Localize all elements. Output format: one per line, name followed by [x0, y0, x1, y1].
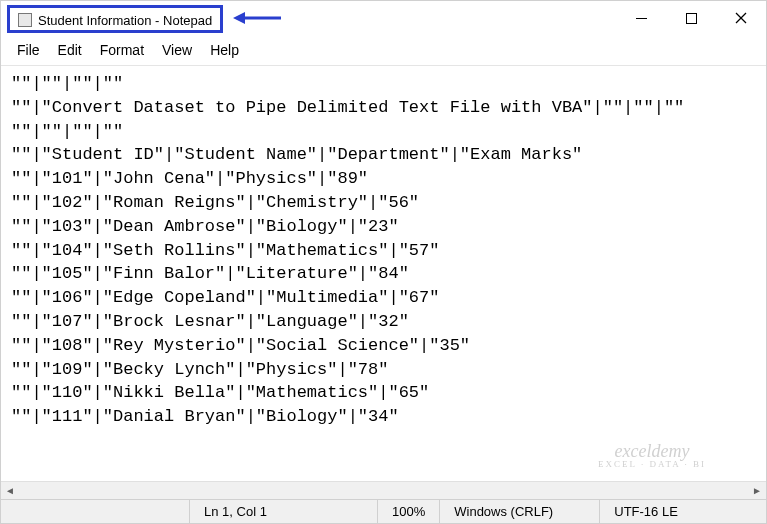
annotation-arrow-icon — [233, 10, 281, 26]
scroll-left-icon[interactable]: ◄ — [1, 482, 19, 499]
scroll-right-icon[interactable]: ► — [748, 482, 766, 499]
menu-format[interactable]: Format — [92, 39, 152, 61]
close-button[interactable] — [716, 1, 766, 35]
titlebar: Student Information - Notepad — [1, 1, 766, 35]
menu-view[interactable]: View — [154, 39, 200, 61]
status-cursor: Ln 1, Col 1 — [189, 500, 377, 523]
notepad-window: Student Information - Notepad File Edit … — [0, 0, 767, 524]
status-eol: Windows (CRLF) — [439, 500, 599, 523]
title-highlight-box: Student Information - Notepad — [7, 5, 223, 33]
horizontal-scrollbar[interactable]: ◄ ► — [1, 481, 766, 499]
menu-help[interactable]: Help — [202, 39, 247, 61]
menu-edit[interactable]: Edit — [50, 39, 90, 61]
text-area[interactable]: ""|""|""|"" ""|"Convert Dataset to Pipe … — [1, 66, 766, 481]
statusbar: Ln 1, Col 1 100% Windows (CRLF) UTF-16 L… — [1, 499, 766, 523]
watermark-main: exceldemy — [615, 441, 690, 461]
svg-marker-1 — [233, 12, 245, 24]
watermark: exceldemy EXCEL · DATA · BI — [598, 442, 706, 469]
menubar: File Edit Format View Help — [1, 35, 766, 66]
window-controls — [616, 1, 766, 35]
notepad-app-icon — [18, 13, 32, 27]
menu-file[interactable]: File — [9, 39, 48, 61]
scroll-track[interactable] — [19, 482, 748, 499]
status-encoding: UTF-16 LE — [599, 500, 692, 523]
minimize-button[interactable] — [616, 1, 666, 35]
status-zoom: 100% — [377, 500, 439, 523]
window-title: Student Information - Notepad — [38, 13, 212, 28]
watermark-sub: EXCEL · DATA · BI — [598, 460, 706, 469]
maximize-button[interactable] — [666, 1, 716, 35]
svg-rect-3 — [686, 13, 696, 23]
